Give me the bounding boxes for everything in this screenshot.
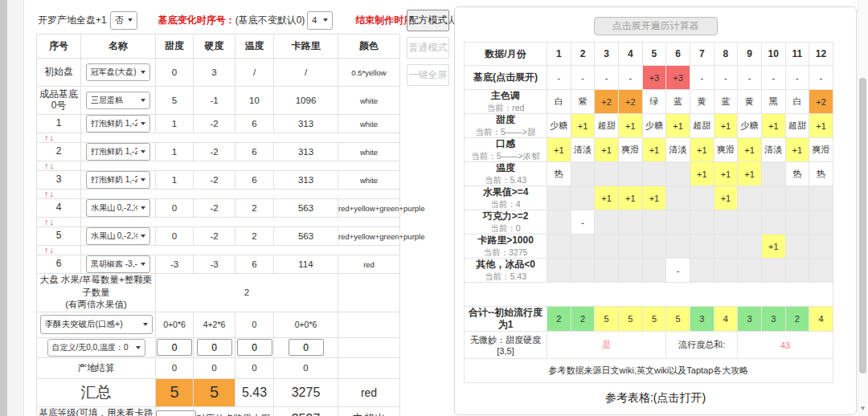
ingredient-select[interactable]: 水果山 0,-2,冷: [86, 227, 150, 245]
ingredient-select[interactable]: 打泡鲜奶 1,-2,冷: [86, 171, 150, 189]
month-header: 6: [666, 43, 690, 66]
ingredient-select[interactable]: 三层蛋糕: [86, 92, 150, 109]
month-cell: [547, 259, 571, 283]
data-row: 主色调当前：red白紫+2+2绿蓝黄蓝黄黑白+2: [465, 90, 833, 114]
month-cell: [571, 235, 595, 259]
month-cell: -: [714, 66, 738, 90]
custom-input-temp[interactable]: [237, 339, 272, 356]
expand-calculator-button[interactable]: 点击展开遍历计算器: [594, 17, 718, 35]
color-cell: white: [338, 115, 400, 133]
chevron-down-icon: [141, 122, 145, 125]
scroll-down-icon[interactable]: ▼: [858, 402, 868, 414]
ingredient-select[interactable]: 打泡鲜奶 1,-2,冷: [86, 115, 150, 133]
column-header: 卡路里: [274, 35, 338, 59]
ingredient-select[interactable]: 水果山 0,-2,冷: [86, 199, 150, 217]
month-cell: 5: [666, 307, 690, 332]
month-cell: +3: [642, 66, 666, 90]
fullscreen-button[interactable]: 一键全屏: [407, 64, 449, 86]
total-row: 汇总 5 5 5.43 3275 red: [37, 378, 400, 406]
value-cell: -3: [194, 255, 235, 274]
chevron-down-icon: [141, 263, 145, 266]
column-header: 序号: [37, 35, 81, 59]
month-cell: [761, 162, 785, 186]
data-row: 口感当前：5——>浓郁+1清淡+1爽滑+1清淡+1爽滑+1清淡+1爽滑: [465, 138, 833, 162]
move-down-icon[interactable]: ↓: [50, 161, 55, 170]
page-left-margin: [7, 0, 24, 416]
value-cell: -2: [194, 115, 235, 133]
chevron-down-icon: [141, 150, 145, 153]
month-cell: 绿: [642, 90, 666, 114]
move-down-icon[interactable]: ↓: [50, 133, 55, 142]
total-label: 汇总: [37, 378, 156, 406]
value-cell: 6: [235, 255, 274, 274]
reorder-row: ↑↓: [37, 190, 400, 199]
month-cell: +1: [738, 138, 762, 162]
row-label: 温度当前：5.43: [465, 162, 547, 186]
reorder-arrows[interactable]: ↑↓: [37, 190, 81, 199]
month-cell: 2: [571, 307, 595, 332]
scrollbar-thumb[interactable]: [859, 78, 866, 373]
month-cell: [785, 186, 809, 210]
value-cell: 6: [235, 143, 274, 161]
month-cell: [666, 210, 690, 235]
table-row: 2打泡鲜奶 1,-2,冷1-26313white: [37, 143, 400, 161]
month-header: 7: [690, 43, 714, 66]
month-cell: [595, 162, 619, 186]
move-down-icon[interactable]: ↓: [50, 217, 55, 226]
color-cell: red+yellow+green+purple: [338, 227, 400, 246]
recipe-table-header: 序号名称甜度硬度温度卡路里颜色: [37, 35, 400, 59]
row-label: 其他，冰品<0当前：5.43: [465, 259, 547, 283]
move-down-icon[interactable]: ↓: [50, 189, 55, 198]
reorder-arrows[interactable]: ↑↓: [37, 161, 81, 171]
month-cell: +1: [666, 114, 690, 138]
ingredient-select[interactable]: 冠军盘(大盘): [86, 63, 150, 81]
month-cell: 少糖: [738, 114, 762, 138]
month-cell: [571, 162, 595, 186]
color-cell: white: [338, 87, 400, 115]
reorder-arrows[interactable]: ↑↓: [37, 218, 81, 227]
custom-select[interactable]: 自定义/无0,0,温度：0: [47, 339, 145, 357]
move-down-icon[interactable]: ↓: [50, 245, 55, 255]
month-cell: [547, 186, 571, 210]
value-cell: 0: [156, 59, 194, 87]
month-cell: +1: [714, 114, 738, 138]
row-index: 1: [37, 115, 81, 133]
source-note: 参考数据来源日文wiki,英文wiki以及Taptap各大攻略: [465, 359, 833, 383]
month-cell: +2: [595, 90, 619, 114]
month-header: 9: [738, 43, 762, 66]
value-cell: /: [274, 59, 338, 87]
value-cell: -2: [194, 171, 235, 190]
reorder-arrows[interactable]: ↑↓: [37, 133, 81, 143]
base-level-input[interactable]: [156, 410, 196, 416]
reorder-arrows[interactable]: ↑↓: [37, 246, 81, 255]
reference-table-link[interactable]: 参考表格:(点击打开): [455, 391, 856, 406]
ingredient-select[interactable]: 黑胡椒酱 -3,-3,冷: [86, 255, 150, 273]
month-cell: 热: [809, 162, 833, 186]
month-cell: -: [571, 210, 595, 235]
bonus-value: 0: [235, 312, 274, 337]
kairo-full-select[interactable]: 否: [110, 11, 137, 30]
custom-input-sweet[interactable]: [157, 339, 192, 356]
ingredient-select[interactable]: 打泡鲜奶 1,-2,冷: [86, 143, 150, 161]
month-cell: 热: [547, 162, 571, 186]
bonus-value: 4+2*6: [194, 312, 235, 337]
column-header: 硬度: [194, 35, 235, 59]
custom-input-hard[interactable]: [197, 339, 232, 356]
data-row: 温度当前：5.43热+1+1+1热热: [465, 162, 833, 186]
month-cell: [618, 259, 642, 283]
month-header: 4: [618, 43, 642, 66]
table-row: 1打泡鲜奶 1,-2,冷1-26313white: [37, 115, 400, 133]
month-cell: [595, 235, 619, 259]
bonus-select[interactable]: 李酥夫突破后(口感+): [40, 315, 153, 334]
month-header: 11: [785, 43, 809, 66]
base-change-select[interactable]: 4: [307, 11, 333, 30]
base-level-row: 基底等级(可填，用来看卡路里上限) 对应的卡路里上限 3597 未超出: [37, 406, 400, 416]
row-label[interactable]: 基底(点击展开): [465, 66, 547, 90]
normal-mode-button[interactable]: 普通模式: [407, 37, 449, 59]
empty-cell: [338, 274, 400, 312]
month-cell: [714, 210, 738, 235]
month-cell: [738, 210, 762, 235]
recipe-mode-button[interactable]: 配方模式: [407, 10, 449, 31]
month-cell: [666, 186, 690, 210]
custom-input-cal[interactable]: [289, 339, 324, 356]
